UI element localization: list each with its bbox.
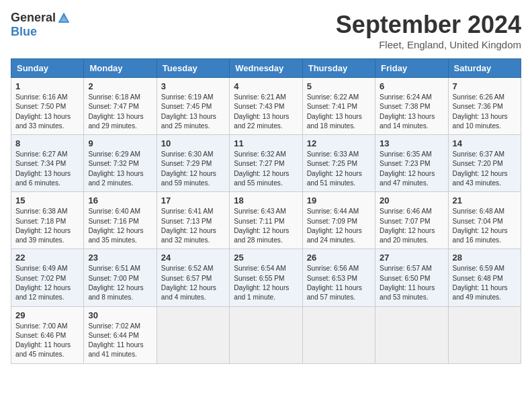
calendar-body: 1Sunrise: 6:16 AMSunset: 7:50 PMDaylight…	[11, 78, 521, 364]
day-header-tuesday: Tuesday	[157, 59, 229, 78]
day-info-line: Sunset: 7:02 PM	[15, 274, 79, 283]
day-number: 16	[88, 195, 152, 205]
day-info-line: and 43 minutes.	[453, 179, 517, 188]
day-number: 7	[453, 81, 517, 91]
day-number: 1	[15, 81, 79, 91]
day-content: Sunrise: 6:49 AMSunset: 7:02 PMDaylight:…	[15, 264, 79, 302]
day-content: Sunrise: 6:33 AMSunset: 7:25 PMDaylight:…	[307, 150, 371, 188]
day-number: 27	[380, 253, 443, 263]
day-info-line: Daylight: 13 hours	[161, 112, 225, 122]
day-number: 26	[307, 253, 371, 263]
calendar-cell	[302, 306, 375, 363]
day-info-line: Sunset: 7:16 PM	[88, 217, 152, 226]
calendar-cell: 26Sunrise: 6:56 AMSunset: 6:53 PMDayligh…	[302, 249, 375, 306]
day-number: 20	[380, 195, 443, 205]
logo-blue-text: Blue	[11, 25, 37, 39]
day-content: Sunrise: 6:18 AMSunset: 7:47 PMDaylight:…	[88, 93, 152, 131]
day-content: Sunrise: 6:35 AMSunset: 7:23 PMDaylight:…	[380, 150, 443, 188]
day-content: Sunrise: 6:46 AMSunset: 7:07 PMDaylight:…	[380, 207, 443, 245]
calendar-week-row: 1Sunrise: 6:16 AMSunset: 7:50 PMDaylight…	[11, 78, 521, 135]
day-info-line: Sunrise: 6:38 AM	[15, 207, 79, 216]
day-content: Sunrise: 6:43 AMSunset: 7:11 PMDaylight:…	[234, 207, 298, 245]
calendar-cell: 19Sunrise: 6:44 AMSunset: 7:09 PMDayligh…	[302, 192, 375, 249]
day-info-line: Daylight: 13 hours	[15, 169, 79, 179]
day-number: 8	[15, 138, 79, 148]
month-title: September 2024	[336, 11, 521, 39]
day-info-line: Sunset: 7:25 PM	[307, 159, 371, 169]
day-info-line: Sunrise: 6:41 AM	[161, 207, 225, 216]
day-info-line: Daylight: 13 hours	[234, 112, 298, 122]
day-info-line: Sunset: 6:55 PM	[234, 274, 298, 283]
day-info-line: and 41 minutes.	[88, 350, 152, 359]
calendar-cell	[230, 306, 302, 363]
logo-icon	[57, 11, 71, 25]
day-info-line: Sunset: 7:09 PM	[307, 217, 371, 226]
day-info-line: Sunset: 7:38 PM	[380, 102, 443, 111]
day-info-line: Daylight: 12 hours	[380, 226, 443, 236]
day-content: Sunrise: 6:16 AMSunset: 7:50 PMDaylight:…	[15, 93, 79, 131]
day-content: Sunrise: 7:02 AMSunset: 6:44 PMDaylight:…	[88, 322, 152, 360]
day-header-thursday: Thursday	[302, 59, 375, 78]
day-info-line: Sunrise: 7:02 AM	[88, 322, 152, 331]
title-area: September 2024 Fleet, England, United Ki…	[336, 11, 521, 50]
day-info-line: Sunset: 7:45 PM	[161, 102, 225, 111]
calendar-cell: 25Sunrise: 6:54 AMSunset: 6:55 PMDayligh…	[230, 249, 302, 306]
day-info-line: Daylight: 13 hours	[307, 112, 371, 122]
day-info-line: Sunset: 7:18 PM	[15, 217, 79, 226]
day-info-line: and 16 minutes.	[453, 236, 517, 245]
day-number: 22	[15, 253, 79, 263]
day-info-line: Daylight: 12 hours	[380, 169, 443, 179]
day-content: Sunrise: 6:56 AMSunset: 6:53 PMDaylight:…	[307, 264, 371, 302]
day-info-line: Sunrise: 6:19 AM	[161, 93, 225, 102]
day-info-line: and 33 minutes.	[15, 122, 79, 131]
day-info-line: Sunrise: 6:30 AM	[161, 150, 225, 159]
day-number: 15	[15, 195, 79, 205]
day-info-line: Daylight: 12 hours	[161, 226, 225, 236]
day-info-line: and 2 minutes.	[88, 179, 152, 188]
calendar-cell: 29Sunrise: 7:00 AMSunset: 6:46 PMDayligh…	[11, 306, 84, 363]
calendar-cell: 11Sunrise: 6:32 AMSunset: 7:27 PMDayligh…	[230, 135, 302, 192]
day-info-line: and 12 minutes.	[15, 293, 79, 302]
day-content: Sunrise: 6:19 AMSunset: 7:45 PMDaylight:…	[161, 93, 225, 131]
calendar-cell: 13Sunrise: 6:35 AMSunset: 7:23 PMDayligh…	[375, 135, 448, 192]
day-info-line: Daylight: 12 hours	[88, 283, 152, 293]
day-content: Sunrise: 6:41 AMSunset: 7:13 PMDaylight:…	[161, 207, 225, 245]
day-content: Sunrise: 6:27 AMSunset: 7:34 PMDaylight:…	[15, 150, 79, 188]
day-info-line: Sunrise: 6:56 AM	[307, 264, 371, 273]
day-info-line: Daylight: 12 hours	[234, 169, 298, 179]
day-info-line: Sunset: 6:44 PM	[88, 331, 152, 340]
day-info-line: and 25 minutes.	[161, 122, 225, 131]
day-info-line: Daylight: 11 hours	[307, 283, 371, 293]
day-info-line: Sunset: 7:07 PM	[380, 217, 443, 226]
day-info-line: Daylight: 12 hours	[161, 283, 225, 293]
day-number: 11	[234, 138, 298, 148]
day-info-line: Sunrise: 6:54 AM	[234, 264, 298, 273]
header-row: SundayMondayTuesdayWednesdayThursdayFrid…	[11, 59, 521, 78]
day-number: 24	[161, 253, 225, 263]
day-info-line: Daylight: 12 hours	[453, 169, 517, 179]
day-content: Sunrise: 6:32 AMSunset: 7:27 PMDaylight:…	[234, 150, 298, 188]
day-content: Sunrise: 6:30 AMSunset: 7:29 PMDaylight:…	[161, 150, 225, 188]
day-info-line: Daylight: 12 hours	[234, 226, 298, 236]
day-info-line: and 47 minutes.	[380, 179, 443, 188]
day-info-line: Sunrise: 6:57 AM	[380, 264, 443, 273]
day-number: 14	[453, 138, 517, 148]
day-content: Sunrise: 6:52 AMSunset: 6:57 PMDaylight:…	[161, 264, 225, 302]
calendar-week-row: 29Sunrise: 7:00 AMSunset: 6:46 PMDayligh…	[11, 306, 521, 363]
day-info-line: Sunset: 7:43 PM	[234, 102, 298, 111]
calendar-cell	[375, 306, 448, 363]
day-info-line: Sunset: 7:36 PM	[453, 102, 517, 111]
day-info-line: and 49 minutes.	[453, 293, 517, 302]
logo-general-text: General	[11, 11, 56, 25]
day-info-line: and 24 minutes.	[307, 236, 371, 245]
page-header: General Blue September 2024 Fleet, Engla…	[11, 11, 521, 50]
day-number: 25	[234, 253, 298, 263]
calendar-cell: 10Sunrise: 6:30 AMSunset: 7:29 PMDayligh…	[157, 135, 229, 192]
day-info-line: and 22 minutes.	[234, 122, 298, 131]
day-content: Sunrise: 6:59 AMSunset: 6:48 PMDaylight:…	[453, 264, 517, 302]
day-content: Sunrise: 6:37 AMSunset: 7:20 PMDaylight:…	[453, 150, 517, 188]
day-info-line: Sunrise: 6:16 AM	[15, 93, 79, 102]
day-info-line: and 1 minute.	[234, 293, 298, 302]
day-info-line: Sunrise: 6:52 AM	[161, 264, 225, 273]
day-info-line: and 59 minutes.	[161, 179, 225, 188]
